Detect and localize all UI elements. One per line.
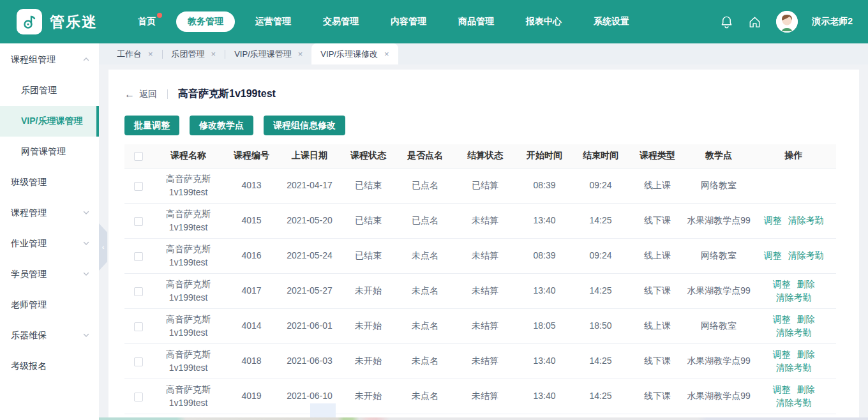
tab-4[interactable]: VIP/乐理课修改× [311,43,398,64]
tab-1[interactable]: 工作台× [108,43,162,64]
cell-start-time: 13:40 [516,273,572,308]
nav-item-1[interactable]: 首页 [126,11,167,32]
clear-attendance-link[interactable]: 清除考勤 [776,327,812,338]
nav-item-8[interactable]: 系统设置 [582,11,641,32]
sidebar-item-9[interactable]: 老师管理 [0,290,99,320]
delete-link[interactable]: 删除 [797,349,815,359]
sidebar-item-label: VIP/乐理课管理 [21,116,90,127]
cell-course-name: 高音萨克斯1v199test [153,203,224,238]
back-button[interactable]: ← 返回 [124,89,157,100]
tab-label: 乐团管理 [172,49,205,60]
user-avatar[interactable] [776,11,798,33]
cell-course-id: 4013 [224,168,279,203]
cell-actions: 调整删除清除考勤 [751,308,836,343]
cell-course-name: 高音萨克斯1v199test [153,379,224,414]
adjust-link[interactable]: 调整 [773,314,791,324]
nav-item-label: 交易管理 [323,16,359,26]
sidebar-item-7[interactable]: 作业管理 [0,229,99,259]
nav-item-3[interactable]: 运营管理 [244,11,303,32]
adjust-link[interactable]: 调整 [773,279,791,289]
nav-item-2[interactable]: 教务管理 [176,11,235,32]
cell-course-name: 高音萨克斯1v199test [153,238,224,273]
column-header-2: 课程编号 [224,144,279,168]
table-body: 高音萨克斯1v199test40132021-04-17已结束已点名已结算08:… [124,168,836,414]
sidebar-item-4[interactable]: 网管课管理 [0,137,99,167]
page-title: 高音萨克斯1v199test [178,87,276,101]
row-checkbox[interactable] [134,322,143,331]
row-checkbox[interactable] [134,287,143,296]
nav-item-4[interactable]: 交易管理 [311,11,370,32]
sidebar-item-2[interactable]: 乐团管理 [0,75,99,106]
bottom-edge-strip [99,417,868,420]
scrollbar-thumb[interactable] [310,403,336,417]
sidebar-item-11[interactable]: 考级报名 [0,351,99,382]
clear-attendance-link[interactable]: 清除考勤 [788,215,824,225]
nav-item-6[interactable]: 商品管理 [447,11,505,32]
cell-course-name: 高音萨克斯1v199test [153,308,224,343]
cell-class-date: 2021-05-24 [279,238,340,273]
cell-course-type: 线下课 [629,273,686,308]
clear-attendance-link[interactable]: 清除考勤 [776,363,812,373]
row-checkbox[interactable] [134,393,143,401]
adjust-link[interactable]: 调整 [764,215,782,225]
cell-end-time: 14:25 [572,379,629,414]
row-checkbox[interactable] [134,252,143,261]
home-icon[interactable] [748,15,762,29]
select-all-checkbox[interactable] [134,152,143,161]
user-name[interactable]: 演示老师2 [812,16,853,27]
nav-item-7[interactable]: 报表中心 [514,11,573,32]
action-button-2[interactable]: 修改教学点 [190,116,253,135]
column-header-1: 课程名称 [153,144,224,168]
adjust-link[interactable]: 调整 [773,384,791,394]
nav-item-5[interactable]: 内容管理 [379,11,438,32]
cell-course-type: 线上课 [629,238,686,273]
music-note-icon [21,13,38,30]
cell-course-status: 已结束 [340,238,396,273]
row-checkbox[interactable] [134,357,143,366]
sidebar-item-8[interactable]: 学员管理 [0,259,99,290]
adjust-link[interactable]: 调整 [773,349,791,359]
cell-course-type: 线下课 [629,203,686,238]
sidebar-item-3[interactable]: VIP/乐理课管理 [0,106,99,137]
chevron-left-icon: ‹ [102,243,105,251]
cell-start-time: 08:39 [516,168,572,203]
chevron-down-icon [82,208,90,218]
delete-link[interactable]: 删除 [797,384,815,394]
table-row: 高音萨克斯1v199test40142021-06-01未开始未点名未结算18:… [124,308,836,343]
row-checkbox[interactable] [134,217,143,226]
tab-close-icon[interactable]: × [384,49,389,59]
bell-icon[interactable] [720,15,734,29]
cell-course-id: 4014 [224,308,279,343]
tab-close-icon[interactable]: × [211,49,216,59]
clear-attendance-link[interactable]: 清除考勤 [776,398,812,408]
cell-rollcall-status: 已点名 [396,168,454,203]
checkbox-cell [124,203,153,238]
cell-settlement-status: 未结算 [454,203,516,238]
clear-attendance-link[interactable]: 清除考勤 [788,250,824,260]
action-button-3[interactable]: 课程组信息修改 [264,116,345,135]
page-header: ← 返回 高音萨克斯1v199test [124,87,843,101]
delete-link[interactable]: 删除 [797,279,815,289]
delete-link[interactable]: 删除 [797,314,815,324]
table-row: 高音萨克斯1v199test40152021-05-20已结束已点名未结算13:… [124,203,836,238]
tab-close-icon[interactable]: × [148,49,153,59]
sidebar-item-10[interactable]: 乐器维保 [0,320,99,351]
tab-3[interactable]: VIP/乐理课管理× [225,43,311,64]
select-all-header [124,144,153,168]
sidebar-item-1[interactable]: 课程组管理 [0,45,99,75]
brand[interactable]: 管乐迷 [17,9,117,34]
app-window: 管乐迷 首页教务管理运营管理交易管理内容管理商品管理报表中心系统设置 [0,0,868,420]
action-button-1[interactable]: 批量调整 [124,116,179,135]
clear-attendance-link[interactable]: 清除考勤 [776,292,812,303]
column-header-6: 结算状态 [454,144,516,168]
sidebar-item-6[interactable]: 课程管理 [0,198,99,229]
tab-close-icon[interactable]: × [298,49,303,59]
action-button-row: 批量调整修改教学点课程组信息修改 [124,116,843,135]
nav-item-label: 运营管理 [255,16,291,26]
sidebar-item-5[interactable]: 班级管理 [0,167,99,198]
tab-2[interactable]: 乐团管理× [163,43,225,64]
cell-course-id: 4017 [224,273,279,308]
cell-course-id: 4019 [224,379,279,414]
adjust-link[interactable]: 调整 [764,250,782,260]
row-checkbox[interactable] [134,182,143,191]
